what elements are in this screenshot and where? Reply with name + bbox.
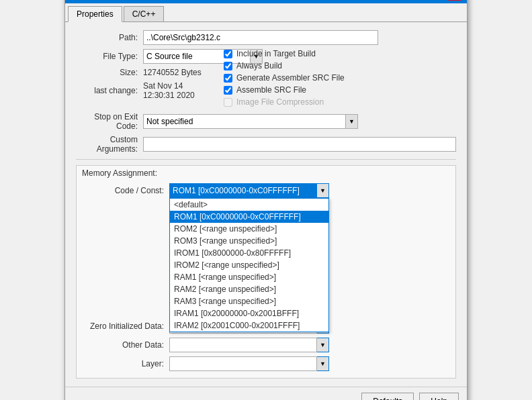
left-col: File Type: ▼ Size: 12740552 Bytes last c… [76,49,210,104]
memory-other-row: Other Data: ▼ [82,338,450,352]
dropdown-item-ram2[interactable]: RAM2 [<range unspecified>] [170,283,328,295]
memory-layer-selected[interactable] [169,356,317,371]
dropdown-item-rom2[interactable]: ROM2 [<range unspecified>] [170,223,328,235]
checkbox-always-build-label: Always Build [236,61,282,70]
close-button[interactable]: ✕ [448,0,461,1]
memory-layer-label: Layer: [82,359,169,368]
memory-layer-select-wrapper: ▼ [169,356,329,371]
memory-other-select-wrapper: ▼ [169,338,329,352]
dropdown-item-ram1[interactable]: RAM1 [<range unspecified>] [170,271,328,283]
last-change-row: last change: Sat Nov 14 12:30:31 2020 [76,81,210,100]
dropdown-item-irom1[interactable]: IROM1 [0x8000000-0x80FFFFF] [170,247,328,259]
checkbox-always-build: Always Build [224,61,456,70]
last-change-label: last change: [76,86,143,95]
memory-code-dropdown-btn[interactable]: ▼ [317,183,329,198]
dropdown-item-iram2[interactable]: IRAM2 [0x2001C000-0x2001FFFF] [170,319,328,332]
memory-code-select-wrapper: ROM1 [0xC0000000-0xC0FFFFFF] ▼ <default>… [169,183,329,198]
dropdown-item-irom2[interactable]: IROM2 [<range unspecified>] [170,259,328,271]
dropdown-item-iram1[interactable]: IRAM1 [0x20000000-0x2001BFFF] [170,307,328,319]
memory-code-label: Code / Const: [82,186,169,195]
checkbox-img-compress-input[interactable] [224,98,232,107]
memory-code-dropdown-list: <default> ROM1 [0xC0000000-0xC0FFFFFF] R… [169,198,329,332]
separator [76,159,456,160]
memory-code-selected[interactable]: ROM1 [0xC0000000-0xC0FFFFFF] [169,183,317,198]
dropdown-item-rom1[interactable]: ROM1 [0xC0000000-0xC0FFFFFF] [170,211,328,223]
checkbox-asm-src-label: Assemble SRC File [236,85,306,95]
size-label: Size: [76,68,143,77]
stop-exit-label: Stop on Exit Code: [76,112,143,131]
memory-other-dropdown-btn[interactable]: ▼ [317,338,329,352]
dropdown-item-default[interactable]: <default> [170,199,328,211]
memory-section: Memory Assignment: Code / Const: ROM1 [0… [76,165,456,379]
defaults-button[interactable]: Defaults [361,393,414,400]
checkbox-include-label: Include in Target Build [236,49,316,58]
stop-exit-select-wrapper: ▼ [143,114,358,129]
custom-args-row: Custom Arguments: [76,135,456,154]
checkbox-asm-src-input[interactable] [224,86,232,95]
checkbox-always-build-input[interactable] [224,62,232,70]
last-change-value: Sat Nov 14 12:30:31 2020 [143,81,210,100]
checkbox-img-compress: Image File Compression [224,97,456,107]
right-panel: Include in Target Build Always Build Gen… [224,49,456,109]
dialog-content: Path: File Type: ▼ Size: 12740552 Bytes [65,22,467,387]
dropdown-item-ram3[interactable]: RAM3 [<range unspecified>] [170,295,328,307]
filetype-section: File Type: ▼ Size: 12740552 Bytes last c… [76,49,456,109]
stop-exit-dropdown-btn[interactable]: ▼ [346,114,358,129]
stop-exit-row: Stop on Exit Code: ▼ [76,112,456,131]
memory-zero-label: Zero Initialized Data: [82,321,169,331]
tab-cpp[interactable]: C/C++ [124,6,165,21]
checkbox-gen-asm: Generate Assembler SRC File [224,73,456,83]
tab-bar: Properties C/C++ [65,3,467,22]
custom-args-input[interactable] [143,137,456,152]
custom-args-label: Custom Arguments: [76,135,143,154]
stop-exit-input[interactable] [143,114,346,129]
checkbox-gen-asm-input[interactable] [224,74,232,83]
path-input[interactable] [143,30,378,45]
size-row: Size: 12740552 Bytes [76,68,210,77]
memory-other-label: Other Data: [82,340,169,350]
dropdown-item-rom3[interactable]: ROM3 [<range unspecified>] [170,235,328,247]
memory-title: Memory Assignment: [82,168,450,178]
path-label: Path: [76,33,143,42]
memory-layer-row: Layer: ▼ [82,356,450,371]
checkbox-gen-asm-label: Generate Assembler SRC File [236,73,345,83]
file-type-row: File Type: ▼ [76,49,210,64]
path-row: Path: [76,30,456,45]
checkbox-asm-src: Assemble SRC File [224,85,456,95]
dialog-footer: Defaults Help [65,387,467,400]
memory-other-selected[interactable] [169,338,317,352]
memory-layer-dropdown-btn[interactable]: ▼ [317,356,329,371]
help-button[interactable]: Help [419,393,459,400]
checkbox-include-input[interactable] [224,50,232,58]
checkbox-include: Include in Target Build [224,49,456,58]
memory-code-row: Code / Const: ROM1 [0xC0000000-0xC0FFFFF… [82,183,450,198]
tab-properties[interactable]: Properties [68,6,122,22]
size-value: 12740552 Bytes [143,68,210,77]
file-type-label: File Type: [76,52,143,61]
checkbox-img-compress-label: Image File Compression [236,97,324,107]
options-dialog: V Options for File 'gb2312.c' ✕ Properti… [64,0,468,400]
